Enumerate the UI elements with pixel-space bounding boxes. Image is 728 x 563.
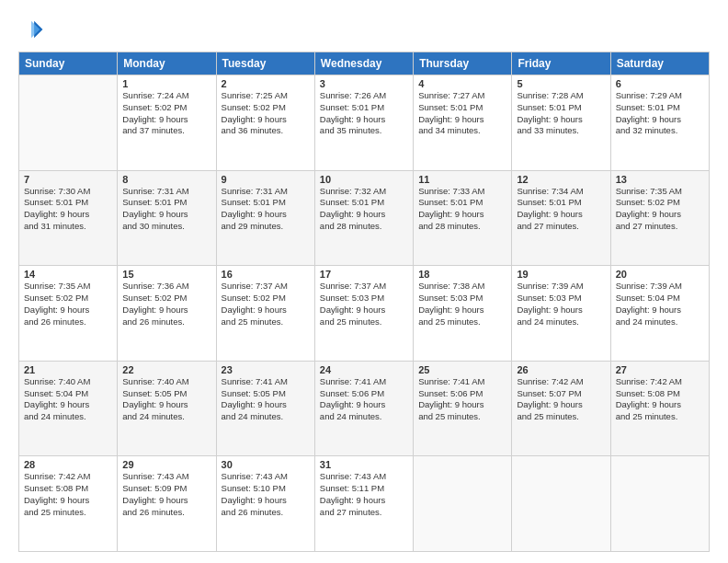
calendar-week-row: 21Sunrise: 7:40 AM Sunset: 5:04 PM Dayli… [19,361,710,456]
day-number: 5 [517,78,605,89]
calendar-cell: 10Sunrise: 7:32 AM Sunset: 5:01 PM Dayli… [314,170,413,266]
calendar-cell: 25Sunrise: 7:41 AM Sunset: 5:06 PM Dayli… [414,361,512,456]
calendar-cell: 26Sunrise: 7:42 AM Sunset: 5:07 PM Dayli… [512,361,610,456]
calendar-cell: 17Sunrise: 7:37 AM Sunset: 5:03 PM Dayli… [314,266,413,362]
calendar-week-row: 7Sunrise: 7:30 AM Sunset: 5:01 PM Daylig… [19,170,710,266]
cell-info: Sunrise: 7:41 AM Sunset: 5:06 PM Dayligh… [320,376,408,423]
day-number: 27 [616,364,704,375]
calendar-cell [19,75,118,171]
calendar-cell: 7Sunrise: 7:30 AM Sunset: 5:01 PM Daylig… [19,170,118,266]
calendar-cell: 18Sunrise: 7:38 AM Sunset: 5:03 PM Dayli… [414,266,512,362]
cell-info: Sunrise: 7:42 AM Sunset: 5:07 PM Dayligh… [517,376,605,423]
cell-info: Sunrise: 7:37 AM Sunset: 5:02 PM Dayligh… [222,281,310,327]
day-number: 7 [24,174,112,185]
cell-info: Sunrise: 7:39 AM Sunset: 5:04 PM Dayligh… [616,281,704,327]
cell-info: Sunrise: 7:34 AM Sunset: 5:01 PM Dayligh… [517,186,605,233]
cell-info: Sunrise: 7:26 AM Sunset: 5:01 PM Dayligh… [320,90,408,137]
cell-info: Sunrise: 7:38 AM Sunset: 5:03 PM Dayligh… [418,281,506,327]
cell-info: Sunrise: 7:25 AM Sunset: 5:02 PM Dayligh… [222,90,310,137]
cell-info: Sunrise: 7:31 AM Sunset: 5:01 PM Dayligh… [122,186,210,233]
calendar-cell: 28Sunrise: 7:42 AM Sunset: 5:08 PM Dayli… [19,456,118,552]
day-number: 11 [418,174,506,185]
day-number: 12 [517,174,605,185]
weekday-header: Friday [512,52,610,75]
weekday-header: Wednesday [314,52,413,75]
calendar-cell: 14Sunrise: 7:35 AM Sunset: 5:02 PM Dayli… [19,266,118,362]
day-number: 1 [122,78,210,89]
calendar-cell: 23Sunrise: 7:41 AM Sunset: 5:05 PM Dayli… [216,361,314,456]
cell-info: Sunrise: 7:35 AM Sunset: 5:02 PM Dayligh… [24,281,112,327]
cell-info: Sunrise: 7:31 AM Sunset: 5:01 PM Dayligh… [222,186,310,233]
day-number: 15 [122,269,210,280]
weekday-header: Thursday [414,52,512,75]
cell-info: Sunrise: 7:36 AM Sunset: 5:02 PM Dayligh… [122,281,210,327]
day-number: 30 [222,459,310,470]
day-number: 20 [616,269,704,280]
logo [18,17,48,42]
calendar-week-row: 1Sunrise: 7:24 AM Sunset: 5:02 PM Daylig… [19,75,710,171]
day-number: 18 [418,269,506,280]
header [18,17,710,42]
cell-info: Sunrise: 7:33 AM Sunset: 5:01 PM Dayligh… [418,186,506,233]
day-number: 25 [418,364,506,375]
calendar-cell: 8Sunrise: 7:31 AM Sunset: 5:01 PM Daylig… [118,170,216,266]
weekday-header: Monday [118,52,216,75]
day-number: 8 [122,174,210,185]
calendar-cell: 21Sunrise: 7:40 AM Sunset: 5:04 PM Dayli… [19,361,118,456]
day-number: 19 [517,269,605,280]
cell-info: Sunrise: 7:42 AM Sunset: 5:08 PM Dayligh… [24,471,112,518]
day-number: 24 [320,364,408,375]
day-number: 16 [222,269,310,280]
day-number: 2 [222,78,310,89]
calendar-cell: 29Sunrise: 7:43 AM Sunset: 5:09 PM Dayli… [118,456,216,552]
calendar-cell: 3Sunrise: 7:26 AM Sunset: 5:01 PM Daylig… [314,75,413,171]
weekday-header: Sunday [19,52,118,75]
calendar-cell: 30Sunrise: 7:43 AM Sunset: 5:10 PM Dayli… [216,456,314,552]
calendar-cell: 16Sunrise: 7:37 AM Sunset: 5:02 PM Dayli… [216,266,314,362]
calendar-cell: 19Sunrise: 7:39 AM Sunset: 5:03 PM Dayli… [512,266,610,362]
day-number: 22 [122,364,210,375]
cell-info: Sunrise: 7:27 AM Sunset: 5:01 PM Dayligh… [418,90,506,137]
cell-info: Sunrise: 7:40 AM Sunset: 5:05 PM Dayligh… [122,376,210,423]
calendar: SundayMondayTuesdayWednesdayThursdayFrid… [18,52,710,552]
cell-info: Sunrise: 7:29 AM Sunset: 5:01 PM Dayligh… [616,90,704,137]
calendar-cell [414,456,512,552]
calendar-cell: 22Sunrise: 7:40 AM Sunset: 5:05 PM Dayli… [118,361,216,456]
calendar-header-row: SundayMondayTuesdayWednesdayThursdayFrid… [19,52,710,75]
calendar-cell: 6Sunrise: 7:29 AM Sunset: 5:01 PM Daylig… [610,75,709,171]
calendar-cell: 5Sunrise: 7:28 AM Sunset: 5:01 PM Daylig… [512,75,610,171]
cell-info: Sunrise: 7:28 AM Sunset: 5:01 PM Dayligh… [517,90,605,137]
calendar-cell: 20Sunrise: 7:39 AM Sunset: 5:04 PM Dayli… [610,266,709,362]
page: SundayMondayTuesdayWednesdayThursdayFrid… [0,0,728,563]
day-number: 6 [616,78,704,89]
calendar-cell [610,456,709,552]
day-number: 29 [122,459,210,470]
calendar-cell: 24Sunrise: 7:41 AM Sunset: 5:06 PM Dayli… [314,361,413,456]
calendar-cell: 13Sunrise: 7:35 AM Sunset: 5:02 PM Dayli… [610,170,709,266]
day-number: 17 [320,269,408,280]
calendar-cell: 1Sunrise: 7:24 AM Sunset: 5:02 PM Daylig… [118,75,216,171]
cell-info: Sunrise: 7:30 AM Sunset: 5:01 PM Dayligh… [24,186,112,233]
cell-info: Sunrise: 7:40 AM Sunset: 5:04 PM Dayligh… [24,376,112,423]
calendar-cell: 15Sunrise: 7:36 AM Sunset: 5:02 PM Dayli… [118,266,216,362]
cell-info: Sunrise: 7:41 AM Sunset: 5:06 PM Dayligh… [418,376,506,423]
cell-info: Sunrise: 7:39 AM Sunset: 5:03 PM Dayligh… [517,281,605,327]
cell-info: Sunrise: 7:43 AM Sunset: 5:09 PM Dayligh… [122,471,210,518]
calendar-cell [512,456,610,552]
calendar-cell: 2Sunrise: 7:25 AM Sunset: 5:02 PM Daylig… [216,75,314,171]
day-number: 14 [24,269,112,280]
weekday-header: Saturday [610,52,709,75]
cell-info: Sunrise: 7:37 AM Sunset: 5:03 PM Dayligh… [320,281,408,327]
cell-info: Sunrise: 7:41 AM Sunset: 5:05 PM Dayligh… [222,376,310,423]
day-number: 23 [222,364,310,375]
day-number: 4 [418,78,506,89]
calendar-cell: 31Sunrise: 7:43 AM Sunset: 5:11 PM Dayli… [314,456,413,552]
cell-info: Sunrise: 7:24 AM Sunset: 5:02 PM Dayligh… [122,90,210,137]
calendar-cell: 27Sunrise: 7:42 AM Sunset: 5:08 PM Dayli… [610,361,709,456]
cell-info: Sunrise: 7:42 AM Sunset: 5:08 PM Dayligh… [616,376,704,423]
calendar-cell: 9Sunrise: 7:31 AM Sunset: 5:01 PM Daylig… [216,170,314,266]
day-number: 26 [517,364,605,375]
logo-icon [18,17,44,42]
day-number: 3 [320,78,408,89]
cell-info: Sunrise: 7:43 AM Sunset: 5:11 PM Dayligh… [320,471,408,518]
